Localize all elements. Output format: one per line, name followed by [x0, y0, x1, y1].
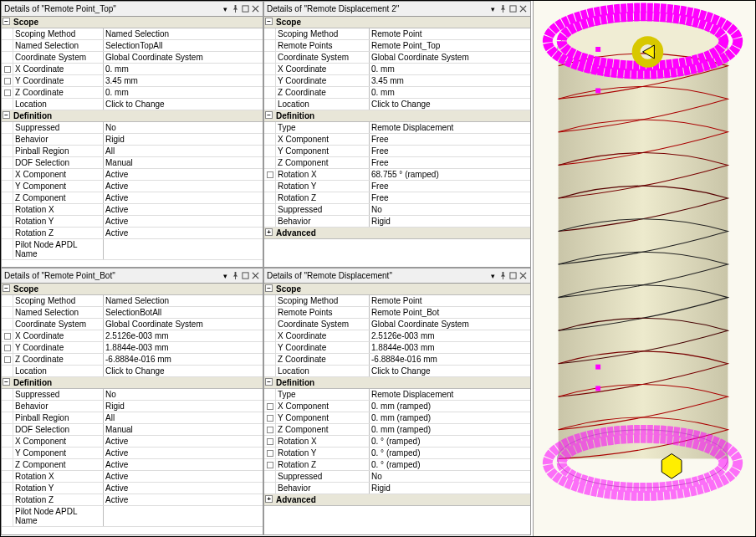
- property-value[interactable]: 0. mm: [370, 64, 530, 74]
- collapse-icon[interactable]: +: [265, 228, 273, 236]
- group-header[interactable]: −Scope: [264, 17, 530, 28]
- property-value[interactable]: Active: [104, 216, 263, 227]
- group-header[interactable]: +Advanced: [264, 228, 530, 239]
- pin-icon[interactable]: [230, 4, 240, 14]
- collapse-icon[interactable]: −: [265, 284, 273, 292]
- property-value[interactable]: Global Coordinate System: [370, 319, 530, 330]
- window-icon[interactable]: [508, 271, 518, 281]
- title-bar[interactable]: Details of "Remote Point_Bot" ▾: [2, 268, 263, 284]
- collapse-icon[interactable]: −: [265, 18, 273, 25]
- property-value[interactable]: -6.8884e-016 mm: [104, 354, 263, 365]
- property-value[interactable]: Remote Point: [370, 28, 530, 39]
- property-value[interactable]: SelectionTopAll: [104, 40, 263, 51]
- property-value[interactable]: 0. ° (ramped): [370, 448, 530, 458]
- checkbox[interactable]: [267, 171, 273, 178]
- checkbox[interactable]: [267, 415, 273, 422]
- property-value[interactable]: No: [370, 204, 530, 215]
- property-value[interactable]: SelectionBotAll: [104, 307, 263, 318]
- property-value[interactable]: Global Coordinate System: [370, 52, 530, 63]
- property-value[interactable]: No: [370, 471, 530, 482]
- group-header[interactable]: −Definition: [264, 377, 530, 389]
- checkbox[interactable]: [267, 438, 273, 445]
- property-value[interactable]: Active: [104, 459, 263, 470]
- pin-icon[interactable]: [498, 271, 508, 281]
- property-value[interactable]: Free: [370, 134, 530, 145]
- checkbox[interactable]: [267, 403, 273, 410]
- property-value[interactable]: Free: [370, 157, 530, 168]
- property-value[interactable]: Remote Displacement: [370, 389, 530, 400]
- property-value[interactable]: Click to Change: [370, 99, 530, 110]
- model-viewer[interactable]: [533, 1, 755, 536]
- property-value[interactable]: [104, 239, 263, 259]
- dropdown-icon[interactable]: ▾: [488, 4, 498, 14]
- collapse-icon[interactable]: −: [265, 378, 273, 386]
- property-value[interactable]: 0. mm: [370, 87, 530, 98]
- property-value[interactable]: Active: [104, 471, 263, 482]
- checkbox[interactable]: [4, 345, 11, 351]
- collapse-icon[interactable]: −: [3, 284, 10, 292]
- property-value[interactable]: Active: [104, 448, 263, 458]
- property-value[interactable]: [104, 506, 263, 526]
- close-icon[interactable]: [250, 4, 260, 14]
- property-value[interactable]: 0. ° (ramped): [370, 459, 530, 470]
- property-value[interactable]: Rigid: [370, 216, 530, 227]
- property-value[interactable]: 3.45 mm: [104, 75, 263, 86]
- checkbox[interactable]: [267, 462, 273, 468]
- property-value[interactable]: Rigid: [104, 401, 263, 412]
- group-header[interactable]: −Scope: [264, 284, 530, 295]
- checkbox[interactable]: [267, 427, 273, 433]
- title-bar[interactable]: Details of "Remote Displacement" ▾: [264, 268, 530, 284]
- property-value[interactable]: -6.8884e-016 mm: [370, 354, 530, 365]
- window-icon[interactable]: [240, 4, 250, 14]
- property-value[interactable]: 0. mm (ramped): [370, 424, 530, 435]
- group-header[interactable]: −Scope: [2, 284, 263, 295]
- property-value[interactable]: 0. ° (ramped): [370, 436, 530, 447]
- collapse-icon[interactable]: −: [3, 18, 10, 25]
- dropdown-icon[interactable]: ▾: [488, 271, 498, 281]
- checkbox[interactable]: [4, 356, 11, 363]
- property-value[interactable]: Remote Displacement: [370, 122, 530, 133]
- pin-icon[interactable]: [230, 271, 240, 281]
- property-value[interactable]: 0. mm: [104, 87, 263, 98]
- property-value[interactable]: Free: [370, 192, 530, 203]
- property-value[interactable]: Free: [370, 146, 530, 156]
- collapse-icon[interactable]: −: [3, 378, 10, 386]
- close-icon[interactable]: [250, 271, 260, 281]
- property-value[interactable]: 68.755 ° (ramped): [370, 169, 530, 180]
- property-value[interactable]: No: [104, 389, 263, 400]
- property-value[interactable]: Global Coordinate System: [104, 52, 263, 63]
- property-value[interactable]: Rigid: [104, 134, 263, 145]
- property-value[interactable]: Active: [104, 192, 263, 203]
- property-value[interactable]: Rigid: [370, 483, 530, 494]
- property-value[interactable]: Named Selection: [104, 28, 263, 39]
- collapse-icon[interactable]: −: [3, 111, 10, 119]
- property-value[interactable]: 0. mm: [104, 64, 263, 74]
- property-value[interactable]: Active: [104, 181, 263, 192]
- collapse-icon[interactable]: +: [265, 495, 273, 503]
- property-value[interactable]: Manual: [104, 424, 263, 435]
- property-value[interactable]: Manual: [104, 157, 263, 168]
- property-value[interactable]: Named Selection: [104, 295, 263, 306]
- checkbox[interactable]: [4, 333, 11, 340]
- property-value[interactable]: 2.5126e-003 mm: [370, 330, 530, 341]
- property-value[interactable]: All: [104, 146, 263, 156]
- pin-icon[interactable]: [498, 4, 508, 14]
- property-value[interactable]: 3.45 mm: [370, 75, 530, 86]
- property-value[interactable]: Remote Point_Bot: [370, 307, 530, 318]
- property-value[interactable]: Remote Point: [370, 295, 530, 306]
- checkbox[interactable]: [4, 66, 11, 73]
- close-icon[interactable]: [518, 271, 528, 281]
- property-value[interactable]: Click to Change: [370, 366, 530, 376]
- property-value[interactable]: All: [104, 412, 263, 423]
- property-value[interactable]: Remote Point_Top: [370, 40, 530, 51]
- group-header[interactable]: −Definition: [264, 110, 530, 122]
- checkbox[interactable]: [4, 90, 11, 96]
- property-value[interactable]: No: [104, 122, 263, 133]
- window-icon[interactable]: [240, 271, 250, 281]
- property-value[interactable]: 1.8844e-003 mm: [104, 342, 263, 353]
- property-value[interactable]: Free: [370, 181, 530, 192]
- dropdown-icon[interactable]: ▾: [220, 4, 230, 14]
- collapse-icon[interactable]: −: [265, 111, 273, 119]
- property-value[interactable]: Active: [104, 169, 263, 180]
- property-value[interactable]: Active: [104, 228, 263, 238]
